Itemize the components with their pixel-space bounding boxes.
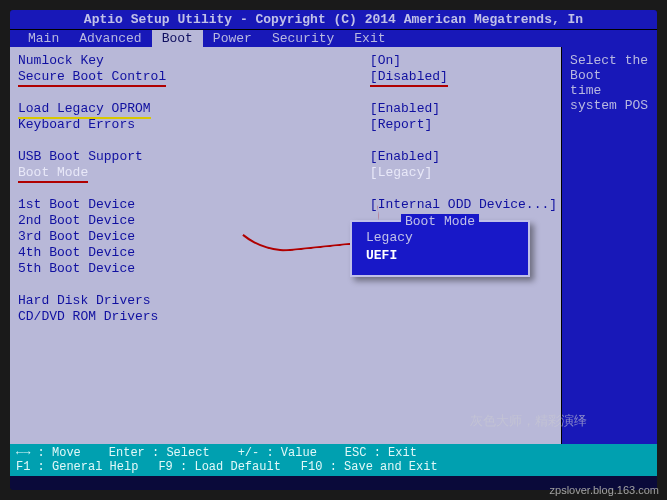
popup-option-legacy[interactable]: Legacy bbox=[352, 229, 528, 247]
keyboard-errors-value[interactable]: [Report] bbox=[370, 117, 557, 133]
usb-boot-label[interactable]: USB Boot Support bbox=[18, 149, 358, 165]
help-pane: Select the Boot time system POS bbox=[561, 47, 657, 447]
menu-main[interactable]: Main bbox=[18, 30, 69, 47]
secure-boot-label[interactable]: Secure Boot Control bbox=[18, 69, 358, 85]
menu-bar: Main Advanced Boot Power Security Exit bbox=[10, 30, 657, 47]
watermark-text: 灰色大师，精彩演绎 bbox=[470, 412, 587, 430]
menu-security[interactable]: Security bbox=[262, 30, 344, 47]
load-legacy-label[interactable]: Load Legacy OPROM bbox=[18, 101, 358, 117]
boot-mode-popup: Boot Mode Legacy UEFI bbox=[350, 220, 530, 277]
blog-credit: zpslover.blog.163.com bbox=[550, 484, 659, 496]
cddvd-label[interactable]: CD/DVD ROM Drivers bbox=[18, 309, 358, 325]
boot-mode-value[interactable]: [Legacy] bbox=[370, 165, 557, 181]
bios-title: Aptio Setup Utility - Copyright (C) 2014… bbox=[10, 10, 657, 30]
hint-esc: ESC : Exit bbox=[345, 446, 417, 460]
footer-row2: F1 : General Help F9 : Load Default F10 … bbox=[10, 460, 657, 476]
hint-move-updown: ←→ : Move bbox=[16, 446, 81, 460]
hint-plusminus: +/- : Value bbox=[238, 446, 317, 460]
load-legacy-value[interactable]: [Enabled] bbox=[370, 101, 557, 117]
popup-option-uefi[interactable]: UEFI bbox=[352, 247, 528, 265]
hdd-label[interactable]: Hard Disk Drivers bbox=[18, 293, 358, 309]
menu-power[interactable]: Power bbox=[203, 30, 262, 47]
numlock-value[interactable]: [On] bbox=[370, 53, 557, 69]
keyboard-errors-label[interactable]: Keyboard Errors bbox=[18, 117, 358, 133]
hint-f1: F1 : General Help bbox=[16, 460, 138, 474]
help-text: Select the Boot time system POS bbox=[570, 53, 649, 113]
numlock-label[interactable]: Numlock Key bbox=[18, 53, 358, 69]
boot1-value[interactable]: [Internal ODD Device...] bbox=[370, 197, 557, 213]
menu-exit[interactable]: Exit bbox=[344, 30, 395, 47]
popup-title: Boot Mode bbox=[352, 214, 528, 229]
secure-boot-value[interactable]: [Disabled] bbox=[370, 69, 557, 85]
hint-enter: Enter : Select bbox=[109, 446, 210, 460]
hint-f10: F10 : Save and Exit bbox=[301, 460, 438, 474]
usb-boot-value[interactable]: [Enabled] bbox=[370, 149, 557, 165]
menu-advanced[interactable]: Advanced bbox=[69, 30, 151, 47]
menu-boot[interactable]: Boot bbox=[152, 30, 203, 47]
hint-f9: F9 : Load Default bbox=[158, 460, 280, 474]
boot5-label[interactable]: 5th Boot Device bbox=[18, 261, 358, 277]
